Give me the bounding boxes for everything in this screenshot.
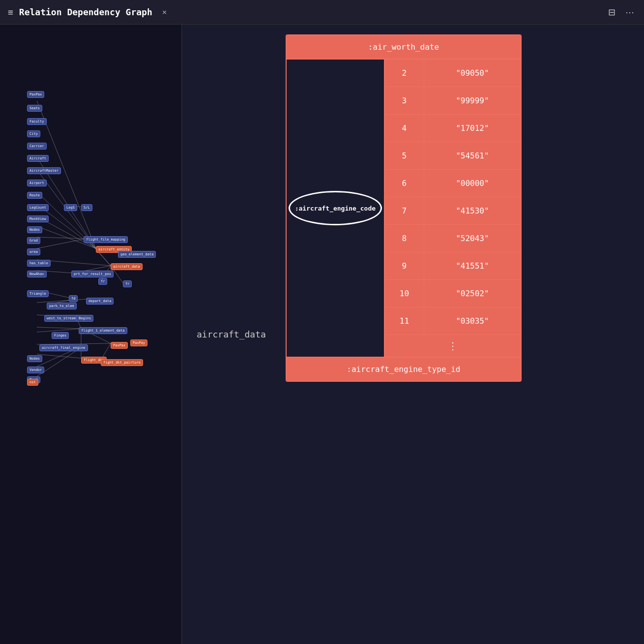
row-id: 11	[385, 307, 424, 335]
graph-node[interactable]: Begins	[76, 315, 93, 322]
graph-node[interactable]: Nodes	[27, 226, 42, 233]
table-row: 10 "02502"	[385, 280, 521, 307]
svg-line-28	[37, 354, 81, 358]
table-row: 2 "09050"	[385, 60, 521, 87]
bottom-column-header: :aircraft_engine_type_id	[287, 357, 521, 381]
table-row: 8 "52043"	[385, 225, 521, 252]
table-row: 4 "17012"	[385, 115, 521, 142]
row-id: 5	[385, 142, 424, 169]
graph-node[interactable]: aircraft_data	[111, 263, 143, 270]
graph-node[interactable]: fr	[123, 280, 132, 287]
graph-node[interactable]: PaxPay	[130, 339, 147, 346]
row-id: 9	[385, 252, 424, 279]
hamburger-icon[interactable]: ≡	[8, 7, 13, 17]
graph-node[interactable]: S/L	[81, 204, 92, 211]
graph-node[interactable]: NowAhav	[27, 271, 47, 277]
top-column-header: :air_worth_date	[287, 35, 521, 60]
graph-lines	[0, 25, 181, 644]
graph-node[interactable]: Grod	[27, 237, 40, 244]
graph-node[interactable]: flight_file_mapping	[84, 236, 128, 243]
graph-node[interactable]: has_table	[27, 260, 51, 267]
layout-button[interactable]: ⊟	[606, 5, 617, 20]
svg-line-14	[37, 327, 81, 329]
graph-node[interactable]: nst	[27, 379, 38, 386]
row-id: 4	[385, 115, 424, 142]
graph-node[interactable]: Finges	[52, 332, 69, 339]
graph-node[interactable]: Aircraft	[27, 155, 49, 162]
table-container: :air_worth_date :aircraft_engine_code 2 …	[286, 34, 522, 382]
row-value: "09050"	[424, 60, 521, 87]
row-value: "41530"	[424, 197, 521, 224]
row-id: 3	[385, 87, 424, 114]
row-id: 10	[385, 280, 424, 307]
graph-node[interactable]: depart_data	[86, 298, 114, 305]
graph-node[interactable]: geo_element_data	[118, 251, 156, 258]
graph-panel: PaxPaxSeatsFacultyCityCarrierAircraftAir…	[0, 25, 182, 644]
graph-canvas: PaxPaxSeatsFacultyCityCarrierAircraftAir…	[0, 25, 181, 644]
row-id: 2	[385, 60, 424, 87]
graph-node[interactable]: Seats	[27, 105, 42, 112]
table-row: 11 "03035"	[385, 307, 521, 335]
row-id: 7	[385, 197, 424, 224]
row-id: 8	[385, 225, 424, 252]
col-right: 2 "09050" 3 "99999" 4 "17012" 5 "54561" …	[385, 60, 521, 357]
graph-node[interactable]: Carrier	[27, 143, 47, 150]
row-value: "41551"	[424, 252, 521, 279]
row-id: 6	[385, 170, 424, 197]
close-icon[interactable]: ×	[162, 7, 167, 17]
graph-node[interactable]: prt_for_result_pos	[71, 271, 114, 277]
columns-row: :aircraft_engine_code 2 "09050" 3 "99999…	[287, 60, 521, 357]
table-row: 9 "41551"	[385, 252, 521, 280]
table-label: aircraft_data	[197, 329, 276, 339]
graph-node[interactable]: fight_dkt_pairture	[101, 359, 143, 366]
svg-line-12	[37, 299, 86, 303]
ellipse-annotation: :aircraft_engine_code	[289, 191, 382, 225]
data-panel[interactable]: aircraft_data :air_worth_date :aircraft_…	[182, 25, 644, 644]
graph-node[interactable]: fr	[98, 278, 107, 285]
graph-node[interactable]: LegCount	[27, 204, 49, 211]
table-row: 5 "54561"	[385, 142, 521, 170]
row-value: "00000"	[424, 170, 521, 197]
svg-line-8	[37, 239, 86, 248]
titlebar-right: ⊟ ⋯	[606, 5, 636, 20]
row-value: "52043"	[424, 225, 521, 252]
row-value: "02502"	[424, 280, 521, 307]
svg-line-7	[37, 237, 86, 239]
graph-node[interactable]: aircraft_final_engine	[39, 344, 88, 351]
graph-node[interactable]: flight_1_element_data	[79, 327, 127, 334]
graph-node[interactable]: Route	[27, 192, 42, 199]
graph-node[interactable]: LegS	[64, 204, 77, 211]
graph-node[interactable]: Faculty	[27, 118, 47, 125]
row-value: "99999"	[424, 87, 521, 114]
graph-node[interactable]: Triangle	[27, 290, 49, 297]
graph-node[interactable]: City	[27, 130, 40, 137]
graph-node[interactable]: Nodes	[27, 355, 42, 362]
graph-node[interactable]: PaxPax	[27, 91, 44, 98]
graph-node[interactable]: PaxPax	[111, 342, 128, 349]
col-left: :aircraft_engine_code	[287, 60, 385, 357]
main-area: PaxPaxSeatsFacultyCityCarrierAircraftAir…	[0, 25, 644, 644]
graph-node[interactable]: fd	[69, 295, 78, 302]
svg-line-15	[37, 329, 81, 332]
graph-node[interactable]: Airport	[27, 180, 47, 186]
row-value: "17012"	[424, 115, 521, 142]
table-row: 7 "41530"	[385, 197, 521, 225]
graph-node[interactable]: park_to_elem	[47, 303, 77, 309]
ellipsis-indicator: ⋮	[385, 335, 521, 357]
graph-node[interactable]: AircraftMaster	[27, 167, 61, 174]
graph-node[interactable]: MonkView	[27, 215, 49, 222]
table-row: 6 "00000"	[385, 170, 521, 197]
titlebar-left: ≡ Relation Dependency Graph ×	[8, 7, 167, 17]
more-button[interactable]: ⋯	[623, 5, 636, 20]
row-value: "54561"	[424, 142, 521, 169]
titlebar: ≡ Relation Dependency Graph × ⊟ ⋯	[0, 0, 644, 25]
page-title: Relation Dependency Graph	[19, 7, 152, 17]
table-row: 3 "99999"	[385, 87, 521, 115]
graph-node[interactable]: west_to_stream	[44, 315, 78, 322]
row-value: "03035"	[424, 307, 521, 335]
graph-node[interactable]: area	[27, 248, 40, 255]
graph-node[interactable]: Vendor	[27, 367, 44, 373]
